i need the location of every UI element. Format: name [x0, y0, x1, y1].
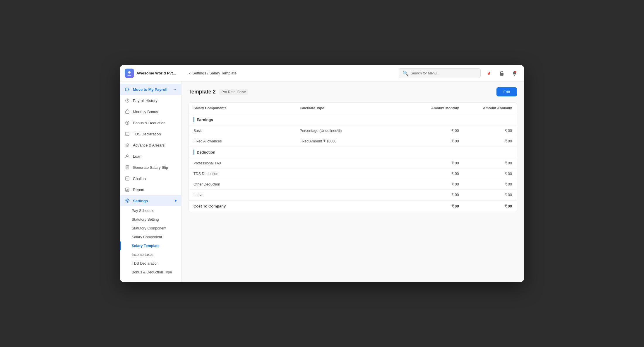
fixed-allow-calc-type: Fixed Amount ₹ 10000 — [300, 139, 406, 143]
header-components: Salary Components — [193, 106, 300, 110]
prof-tax-calc-type — [300, 161, 406, 165]
loan-icon — [125, 154, 130, 159]
sidebar-sub-bonus-deduction-type[interactable]: Bonus & Deduction Type — [120, 268, 181, 277]
sidebar-item-move-payroll[interactable]: Move to My Payroll → — [120, 84, 181, 95]
other-deduction-component: Other Deduction — [193, 182, 300, 186]
fixed-allow-monthly: ₹ 00 — [406, 139, 459, 143]
sidebar-footer: Payroll HG Hardik... ⠿ — [120, 279, 181, 282]
sidebar-sub-pay-schedule[interactable]: Pay Schedule — [120, 206, 181, 215]
sidebar-sub-salary-component[interactable]: Salary Component — [120, 233, 181, 241]
svg-rect-6 — [126, 111, 129, 113]
cost-to-company-row: Cost To Company ₹ 00 ₹ 00 — [189, 200, 517, 212]
prof-tax-annually: ₹ 00 — [459, 161, 512, 165]
table-row: Other Deduction ₹ 00 ₹ 00 — [189, 179, 517, 190]
company-name: Awesome World Pvt... — [136, 71, 176, 75]
svg-point-14 — [127, 200, 128, 202]
other-deduction-monthly: ₹ 00 — [406, 182, 459, 186]
leave-annually: ₹ 00 — [459, 193, 512, 197]
svg-point-10 — [126, 155, 128, 157]
sidebar-item-loan[interactable]: Loan — [120, 151, 181, 162]
leave-component: Leave — [193, 193, 300, 197]
table-row: Professional TAX ₹ 00 ₹ 00 — [189, 158, 517, 169]
tds-deduction-component: TDS Deduction — [193, 171, 300, 176]
sidebar-item-monthly-bonus[interactable]: Monthly Bonus — [120, 106, 181, 117]
bonus-deduction-label: Bonus & Deduction — [133, 121, 165, 125]
topbar-actions — [484, 69, 519, 78]
tds-declaration-icon — [125, 131, 130, 137]
monthly-bonus-label: Monthly Bonus — [133, 110, 158, 114]
tds-declaration-label: TDS Declaration — [133, 132, 161, 136]
other-deduction-annually: ₹ 00 — [459, 182, 512, 186]
lock-icon-button[interactable] — [497, 69, 506, 78]
deduction-label: Deduction — [197, 150, 215, 154]
tds-deduction-monthly: ₹ 00 — [406, 171, 459, 176]
move-payroll-icon — [125, 87, 130, 92]
sidebar-sub-salary-template[interactable]: Salary Template — [120, 241, 181, 250]
earnings-indicator — [193, 117, 194, 122]
header-amount-annually: Amount Annually — [459, 106, 512, 110]
deduction-section-row: Deduction — [189, 147, 517, 158]
sidebar-item-settings[interactable]: Settings ▾ — [120, 195, 181, 206]
content-header: Template 2 Pro Rate: False Edit — [189, 87, 517, 96]
bonus-deduction-icon — [125, 120, 130, 125]
salary-table: Salary Components Calculate Type Amount … — [189, 102, 517, 212]
header-amount-monthly: Amount Monthly — [406, 106, 459, 110]
tds-deduction-calc-type — [300, 171, 406, 176]
basic-component: Basic — [193, 128, 300, 133]
main-content: Template 2 Pro Rate: False Edit Salary C… — [181, 81, 524, 282]
basic-annually: ₹ 00 — [459, 128, 512, 133]
payroll-history-icon — [125, 98, 130, 103]
cost-annually: ₹ 00 — [459, 204, 512, 208]
settings-label: Settings — [133, 199, 148, 203]
topbar: Awesome World Pvt... ‹ Settings / Salary… — [120, 65, 524, 81]
header-calculate-type: Calculate Type — [300, 106, 406, 110]
search-bar[interactable]: 🔍 — [399, 68, 481, 78]
search-icon: 🔍 — [402, 70, 408, 76]
table-row: TDS Deduction ₹ 00 ₹ 00 — [189, 169, 517, 179]
challan-icon — [125, 176, 130, 181]
logo-icon — [125, 69, 134, 78]
sidebar-item-advance-arrears[interactable]: Advance & Arrears — [120, 140, 181, 151]
deduction-indicator — [193, 149, 194, 155]
fixed-allow-component: Fixed Allowances — [193, 139, 300, 143]
app-window: Awesome World Pvt... ‹ Settings / Salary… — [120, 65, 524, 282]
fire-icon-button[interactable] — [484, 69, 494, 78]
sidebar-sub-tds-declaration[interactable]: TDS Declaration — [120, 259, 181, 268]
other-deduction-calc-type — [300, 182, 406, 186]
back-button[interactable]: ‹ — [189, 71, 191, 76]
breadcrumb: ‹ Settings / Salary Template — [187, 71, 395, 76]
sidebar-sub-statutory-setting[interactable]: Statutory Setting — [120, 215, 181, 224]
table-row: Leave ₹ 00 ₹ 00 — [189, 190, 517, 200]
sidebar-item-tds-declaration[interactable]: TDS Declaration — [120, 128, 181, 140]
tds-deduction-annually: ₹ 00 — [459, 171, 512, 176]
sidebar-item-generate-slip[interactable]: Generate Salary Slip — [120, 162, 181, 173]
template-title: Template 2 Pro Rate: False — [189, 89, 248, 95]
sidebar-sub-income-taxes[interactable]: Income taxes — [120, 250, 181, 259]
advance-arrears-label: Advance & Arrears — [133, 143, 165, 147]
sidebar-item-payroll-history[interactable]: Payroll History — [120, 95, 181, 106]
bell-icon-button[interactable] — [510, 69, 519, 78]
move-payroll-arrow: → — [173, 87, 177, 91]
settings-icon — [125, 198, 130, 203]
edit-button[interactable]: Edit — [496, 87, 517, 96]
svg-rect-9 — [127, 145, 128, 147]
earnings-section-row: Earnings — [189, 114, 517, 125]
pro-rate-badge: Pro Rate: False — [219, 89, 248, 95]
search-input[interactable] — [411, 71, 477, 75]
sidebar-item-bonus-deduction[interactable]: Bonus & Deduction — [120, 117, 181, 128]
main-layout: Move to My Payroll → Payroll History — [120, 81, 524, 282]
cost-label: Cost To Company — [193, 204, 300, 208]
earnings-label: Earnings — [197, 118, 213, 122]
basic-monthly: ₹ 00 — [406, 128, 459, 133]
leave-monthly: ₹ 00 — [406, 193, 459, 197]
sidebar-item-report[interactable]: Report — [120, 184, 181, 195]
table-header: Salary Components Calculate Type Amount … — [189, 103, 517, 114]
monthly-bonus-icon — [125, 109, 130, 114]
generate-slip-icon — [125, 165, 130, 170]
settings-dropdown-icon: ▾ — [175, 199, 177, 203]
svg-rect-4 — [125, 88, 128, 91]
sidebar-item-challan[interactable]: Challan — [120, 173, 181, 184]
svg-point-3 — [515, 71, 516, 73]
move-payroll-label: Move to My Payroll — [133, 87, 167, 92]
sidebar-sub-statutory-component[interactable]: Statutory Component — [120, 224, 181, 233]
